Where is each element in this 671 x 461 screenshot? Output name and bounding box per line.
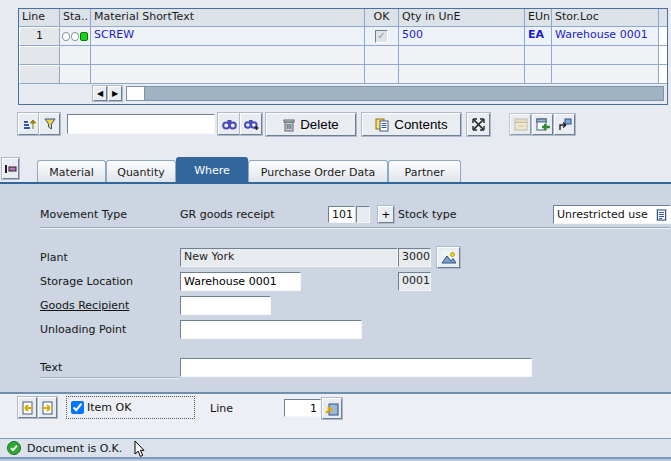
empty-cell — [399, 46, 525, 65]
group-separator — [40, 377, 178, 379]
scroll-right-button[interactable]: ▶ — [108, 86, 122, 101]
filter-button[interactable] — [39, 113, 60, 135]
delete-button-label: Delete — [300, 117, 339, 132]
text-field[interactable] — [180, 358, 532, 377]
tab-partner[interactable]: Partner — [388, 160, 461, 183]
collapse-detail-icon — [5, 164, 17, 174]
search-input[interactable] — [67, 114, 215, 134]
next-item-button[interactable] — [38, 397, 57, 418]
plus-button[interactable]: + — [378, 206, 394, 223]
jump-to-icon — [558, 118, 572, 132]
col-header-spacer — [659, 9, 667, 27]
group-separator — [40, 227, 670, 229]
hold-box-icon — [514, 118, 528, 131]
table-row-empty — [19, 65, 667, 84]
table-row: 1 SCREW ✓ 500 EA Warehouse 0001 — [19, 27, 667, 46]
hold-button[interactable] — [510, 114, 531, 135]
cell-qty[interactable]: 500 — [399, 27, 525, 46]
cell-storloc[interactable]: Warehouse 0001 — [552, 27, 659, 46]
item-ok-label: Item OK — [87, 401, 131, 414]
special-stock-field[interactable] — [356, 206, 370, 223]
position-grid-icon — [325, 402, 339, 416]
find-next-icon — [244, 117, 259, 131]
row-selector[interactable] — [19, 65, 60, 84]
table-hscrollbar: ◀ ▶ — [19, 84, 667, 104]
sort-ascending-button[interactable] — [18, 113, 39, 135]
storage-location-code-field[interactable]: 0001 — [398, 272, 431, 291]
find-icon — [222, 117, 237, 131]
col-header-eun[interactable]: EUn — [525, 9, 552, 27]
movement-type-desc: GR goods receipt — [180, 208, 275, 221]
ok-checkbox-disabled: ✓ — [375, 30, 388, 43]
empty-cell — [60, 65, 91, 84]
plant-code-field[interactable]: 3000 — [398, 248, 431, 267]
item-ok-focus-box: Item OK — [66, 396, 195, 419]
tab-purchase-order-data[interactable]: Purchase Order Data — [248, 160, 388, 183]
line-label: Line — [210, 402, 233, 415]
trash-icon — [283, 118, 295, 132]
storage-location-label: Storage Location — [40, 275, 133, 288]
plant-label: Plant — [40, 251, 68, 264]
tab-material[interactable]: Material — [37, 160, 106, 183]
storage-location-field[interactable] — [180, 272, 301, 291]
movement-type-label: Movement Type — [40, 208, 127, 221]
status-light-icon — [71, 32, 79, 41]
col-header-material[interactable]: Material ShortText — [91, 9, 365, 27]
empty-cell — [659, 65, 667, 84]
goods-recipient-field[interactable] — [180, 296, 271, 315]
sort-icon — [22, 117, 36, 131]
page-arrow-right-icon — [41, 401, 54, 415]
previous-item-button[interactable] — [18, 397, 37, 418]
plant-name-field[interactable]: New York — [180, 248, 398, 267]
plant-mountain-icon — [441, 251, 457, 265]
item-ok-checkbox[interactable] — [71, 401, 84, 414]
contents-button[interactable]: Contents — [362, 113, 461, 136]
row-selector[interactable] — [19, 46, 60, 65]
item-overview-table: Line Sta.. Material ShortText OK Qty in … — [18, 8, 668, 105]
empty-cell — [399, 65, 525, 84]
details-button[interactable] — [554, 114, 575, 135]
row-selector[interactable]: 1 — [19, 27, 60, 46]
insert-row-button[interactable] — [532, 114, 553, 135]
col-header-qty[interactable]: Qty in UnE — [399, 9, 525, 27]
tab-where[interactable]: Where — [176, 157, 248, 183]
copy-icon — [375, 118, 389, 132]
table-row-empty — [19, 46, 667, 65]
scrollbar-track[interactable] — [126, 86, 664, 101]
col-header-status[interactable]: Sta.. — [60, 9, 91, 27]
plant-detail-button[interactable] — [437, 247, 460, 268]
unloading-point-field[interactable] — [180, 320, 362, 339]
goods-recipient-label[interactable]: Goods Recipient — [40, 299, 129, 312]
col-header-line[interactable]: Line — [19, 9, 60, 27]
empty-cell — [552, 65, 659, 84]
cell-spacer — [659, 27, 667, 46]
expand-button[interactable] — [467, 113, 490, 136]
tab-quantity[interactable]: Quantity — [106, 160, 176, 183]
text-label: Text — [40, 361, 62, 374]
cell-item-ok: ✓ — [365, 27, 399, 46]
success-check-icon — [7, 441, 21, 455]
insert-plus-icon — [536, 118, 550, 132]
mouse-cursor-icon — [133, 440, 146, 459]
position-button[interactable] — [322, 398, 342, 419]
col-header-ok[interactable]: OK — [365, 9, 399, 27]
col-header-storloc[interactable]: Stor.Loc — [552, 9, 659, 27]
find-button[interactable] — [218, 113, 240, 135]
movement-type-code-field[interactable]: 101 — [328, 206, 355, 223]
scrollbar-thumb[interactable] — [127, 87, 145, 100]
empty-cell — [91, 46, 365, 65]
scroll-left-button[interactable]: ◀ — [93, 86, 107, 101]
close-detail-button[interactable] — [2, 158, 19, 179]
status-bar: Document is O.K. — [0, 438, 671, 458]
find-next-button[interactable] — [240, 113, 262, 135]
cell-eun[interactable]: EA — [525, 27, 552, 46]
delete-button[interactable]: Delete — [266, 113, 356, 136]
stock-type-dropdown[interactable]: Unrestricted use — [553, 205, 671, 224]
filter-icon — [43, 117, 57, 131]
line-number-field[interactable] — [284, 399, 321, 417]
status-light-icon — [62, 32, 70, 41]
empty-cell — [91, 65, 365, 84]
dropdown-icon — [656, 209, 667, 221]
empty-cell — [365, 46, 399, 65]
cell-material[interactable]: SCREW — [91, 27, 365, 46]
